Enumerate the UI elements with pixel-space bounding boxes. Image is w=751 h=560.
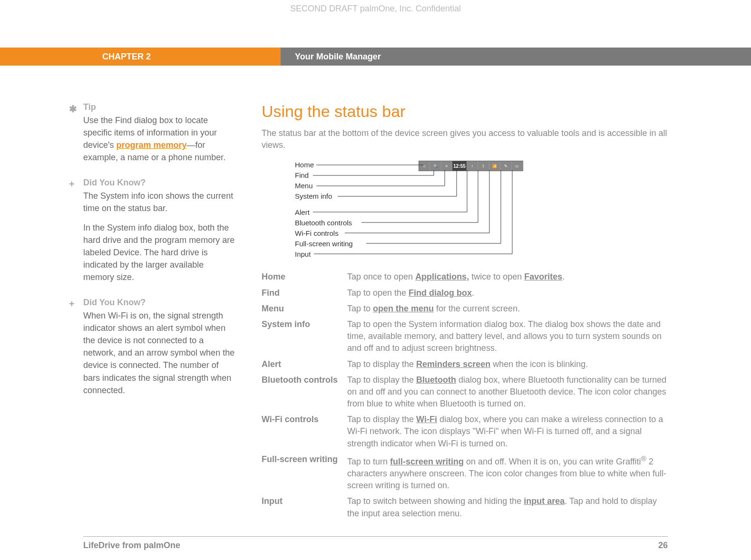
term-wifi: Wi-Fi controls xyxy=(262,412,347,452)
desc-home-t3: . xyxy=(562,272,565,281)
desc-home-t1: Tap once to open xyxy=(347,272,415,281)
page-section-title: Your Mobile Manager xyxy=(281,48,751,66)
footer: LifeDrive from palmOne 26 xyxy=(83,536,668,550)
input-area-link[interactable]: input area xyxy=(524,496,565,506)
desc-wifi: Tap to display the Wi-Fi dialog box, whe… xyxy=(347,412,668,452)
open-menu-link[interactable]: open the menu xyxy=(373,304,434,313)
row-fsw: Full-screen writing Tap to turn full-scr… xyxy=(262,452,668,494)
intro-text: The status bar at the bottom of the devi… xyxy=(262,127,668,151)
dyk1-p1: The System info icon shows the current t… xyxy=(83,190,235,214)
desc-find-t2: . xyxy=(472,288,474,298)
row-home: Home Tap once to open Applications, twic… xyxy=(262,269,668,285)
footer-product: LifeDrive from palmOne xyxy=(83,541,180,550)
term-home: Home xyxy=(262,269,347,285)
term-fsw: Full-screen writing xyxy=(262,452,347,494)
content-area: ✱ Tip Use the Find dialog box to locate … xyxy=(83,102,668,521)
row-menu: Menu Tap to open the menu for the curren… xyxy=(262,301,668,317)
dyk1-block: + Did You Know? The System info icon sho… xyxy=(83,178,235,283)
desc-fsw-t2: on and off. When it is on, you can write… xyxy=(464,457,641,466)
desc-bt-t1: Tap to display the xyxy=(347,375,416,385)
program-memory-link[interactable]: program memory xyxy=(116,140,186,150)
desc-input-t1: Tap to switch between showing and hiding… xyxy=(347,496,524,506)
desc-menu-t1: Tap to xyxy=(347,304,373,313)
term-sysinfo: System info xyxy=(262,317,347,357)
plus-icon: + xyxy=(69,179,75,190)
applications-link[interactable]: Applications, xyxy=(415,272,469,281)
favorites-link[interactable]: Favorites xyxy=(524,272,562,281)
desc-find-t1: Tap to open the xyxy=(347,288,409,298)
watermark: SECOND DRAFT palmOne, Inc. Confidential xyxy=(0,4,751,14)
dyk2-p1: When Wi-Fi is on, the signal strength in… xyxy=(83,309,235,396)
definitions-table: Home Tap once to open Applications, twic… xyxy=(262,269,668,521)
term-input: Input xyxy=(262,493,347,521)
reminders-link[interactable]: Reminders screen xyxy=(416,359,490,369)
fsw-link[interactable]: full-screen writing xyxy=(390,457,464,466)
term-alert: Alert xyxy=(262,357,347,372)
status-bar-figure: ⌂ 🔍 ≡ 12:55 ! ᛒ 📶 ✎ ▭ Home Find Menu Sys… xyxy=(262,161,668,261)
header-band: CHAPTER 2 Your Mobile Manager xyxy=(0,48,751,66)
row-bluetooth: Bluetooth controls Tap to display the Bl… xyxy=(262,372,668,412)
row-input: Input Tap to switch between showing and … xyxy=(262,493,668,521)
dyk2-block: + Did You Know? When Wi-Fi is on, the si… xyxy=(83,298,235,396)
chapter-label: CHAPTER 2 xyxy=(0,48,281,66)
row-wifi: Wi-Fi controls Tap to display the Wi-Fi … xyxy=(262,412,668,452)
desc-alert-t1: Tap to display the xyxy=(347,359,416,369)
dyk1-heading: Did You Know? xyxy=(83,178,235,188)
desc-input: Tap to switch between showing and hiding… xyxy=(347,493,668,521)
term-menu: Menu xyxy=(262,301,347,317)
tip-block: ✱ Tip Use the Find dialog box to locate … xyxy=(83,102,235,164)
page-number: 26 xyxy=(658,541,668,550)
term-bluetooth: Bluetooth controls xyxy=(262,372,347,412)
tip-heading: Tip xyxy=(83,102,235,112)
section-title: Using the status bar xyxy=(262,102,668,121)
desc-bluetooth: Tap to display the Bluetooth dialog box,… xyxy=(347,372,668,412)
row-find: Find Tap to open the Find dialog box. xyxy=(262,285,668,301)
row-alert: Alert Tap to display the Reminders scree… xyxy=(262,357,668,372)
desc-home-t2: twice to open xyxy=(469,272,524,281)
asterisk-icon: ✱ xyxy=(69,103,77,115)
registered-mark: ® xyxy=(641,454,646,463)
desc-fsw-t1: Tap to turn xyxy=(347,457,390,466)
desc-alert-t2: when the icon is blinking. xyxy=(490,359,588,369)
desc-home: Tap once to open Applications, twice to … xyxy=(347,269,668,285)
tip-text: Use the Find dialog box to locate specif… xyxy=(83,114,235,164)
desc-fsw: Tap to turn full-screen writing on and o… xyxy=(347,452,668,494)
dyk2-heading: Did You Know? xyxy=(83,298,235,308)
bluetooth-link[interactable]: Bluetooth xyxy=(416,375,456,385)
desc-alert: Tap to display the Reminders screen when… xyxy=(347,357,668,372)
desc-wifi-t1: Tap to display the xyxy=(347,415,416,424)
plus-icon: + xyxy=(69,299,75,309)
find-dialog-link[interactable]: Find dialog box xyxy=(409,288,472,298)
term-find: Find xyxy=(262,285,347,301)
callout-lines xyxy=(262,161,528,261)
dyk1-p2: In the System info dialog box, both the … xyxy=(83,222,235,283)
row-sysinfo: System info Tap to open the System infor… xyxy=(262,317,668,357)
desc-menu: Tap to open the menu for the current scr… xyxy=(347,301,668,317)
wifi-link[interactable]: Wi-Fi xyxy=(416,415,437,424)
sidebar: ✱ Tip Use the Find dialog box to locate … xyxy=(83,102,235,521)
desc-sysinfo: Tap to open the System information dialo… xyxy=(347,317,668,357)
desc-menu-t2: for the current screen. xyxy=(434,304,520,313)
main-content: Using the status bar The status bar at t… xyxy=(262,102,668,521)
desc-find: Tap to open the Find dialog box. xyxy=(347,285,668,301)
